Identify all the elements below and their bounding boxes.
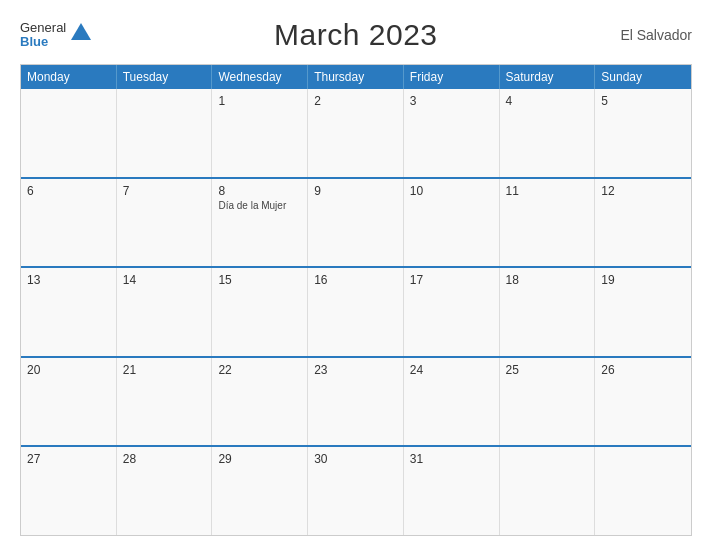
table-row: 15 [212, 268, 308, 356]
day-number: 23 [314, 363, 397, 377]
table-row: 31 [404, 447, 500, 535]
table-row: 18 [500, 268, 596, 356]
day-number: 13 [27, 273, 110, 287]
day-number: 21 [123, 363, 206, 377]
day-number: 5 [601, 94, 685, 108]
table-row: 21 [117, 358, 213, 446]
day-number: 25 [506, 363, 589, 377]
table-row: 5 [595, 89, 691, 177]
table-row: 16 [308, 268, 404, 356]
calendar: Monday Tuesday Wednesday Thursday Friday… [20, 64, 692, 536]
table-row: 22 [212, 358, 308, 446]
week-4: 20212223242526 [21, 356, 691, 446]
day-number: 12 [601, 184, 685, 198]
table-row: 8Día de la Mujer [212, 179, 308, 267]
table-row: 28 [117, 447, 213, 535]
day-number: 15 [218, 273, 301, 287]
table-row [500, 447, 596, 535]
table-row: 30 [308, 447, 404, 535]
table-row: 14 [117, 268, 213, 356]
header-friday: Friday [404, 65, 500, 89]
calendar-title: March 2023 [274, 18, 437, 52]
header-sunday: Sunday [595, 65, 691, 89]
table-row: 23 [308, 358, 404, 446]
day-number: 19 [601, 273, 685, 287]
day-number: 8 [218, 184, 301, 198]
day-number: 7 [123, 184, 206, 198]
logo: General Blue [20, 21, 91, 50]
week-3: 13141516171819 [21, 266, 691, 356]
header-monday: Monday [21, 65, 117, 89]
day-number: 1 [218, 94, 301, 108]
table-row: 4 [500, 89, 596, 177]
table-row: 20 [21, 358, 117, 446]
table-row: 24 [404, 358, 500, 446]
day-number: 20 [27, 363, 110, 377]
table-row: 29 [212, 447, 308, 535]
week-1: 12345 [21, 89, 691, 177]
table-row: 7 [117, 179, 213, 267]
table-row: 9 [308, 179, 404, 267]
day-number: 11 [506, 184, 589, 198]
week-5: 2728293031 [21, 445, 691, 535]
header: General Blue March 2023 El Salvador [20, 18, 692, 52]
table-row: 17 [404, 268, 500, 356]
day-number: 14 [123, 273, 206, 287]
day-number: 3 [410, 94, 493, 108]
day-number: 22 [218, 363, 301, 377]
table-row: 1 [212, 89, 308, 177]
day-number: 26 [601, 363, 685, 377]
day-number: 28 [123, 452, 206, 466]
day-number: 27 [27, 452, 110, 466]
day-number: 9 [314, 184, 397, 198]
calendar-event: Día de la Mujer [218, 200, 301, 211]
day-number: 29 [218, 452, 301, 466]
table-row: 2 [308, 89, 404, 177]
day-number: 24 [410, 363, 493, 377]
table-row: 25 [500, 358, 596, 446]
day-number: 16 [314, 273, 397, 287]
day-number: 31 [410, 452, 493, 466]
header-thursday: Thursday [308, 65, 404, 89]
day-number: 17 [410, 273, 493, 287]
day-number: 18 [506, 273, 589, 287]
day-number: 2 [314, 94, 397, 108]
day-number: 6 [27, 184, 110, 198]
country-label: El Salvador [620, 27, 692, 43]
day-number: 30 [314, 452, 397, 466]
table-row: 10 [404, 179, 500, 267]
table-row: 19 [595, 268, 691, 356]
page: General Blue March 2023 El Salvador Mond… [0, 0, 712, 550]
logo-text: General Blue [20, 21, 66, 50]
table-row: 26 [595, 358, 691, 446]
table-row [117, 89, 213, 177]
table-row [21, 89, 117, 177]
table-row: 12 [595, 179, 691, 267]
week-2: 678Día de la Mujer9101112 [21, 177, 691, 267]
table-row: 27 [21, 447, 117, 535]
header-saturday: Saturday [500, 65, 596, 89]
calendar-header: Monday Tuesday Wednesday Thursday Friday… [21, 65, 691, 89]
logo-triangle-icon [71, 23, 91, 40]
calendar-body: 12345678Día de la Mujer91011121314151617… [21, 89, 691, 535]
day-number: 10 [410, 184, 493, 198]
header-tuesday: Tuesday [117, 65, 213, 89]
table-row: 3 [404, 89, 500, 177]
table-row [595, 447, 691, 535]
table-row: 11 [500, 179, 596, 267]
table-row: 13 [21, 268, 117, 356]
header-wednesday: Wednesday [212, 65, 308, 89]
day-number: 4 [506, 94, 589, 108]
table-row: 6 [21, 179, 117, 267]
